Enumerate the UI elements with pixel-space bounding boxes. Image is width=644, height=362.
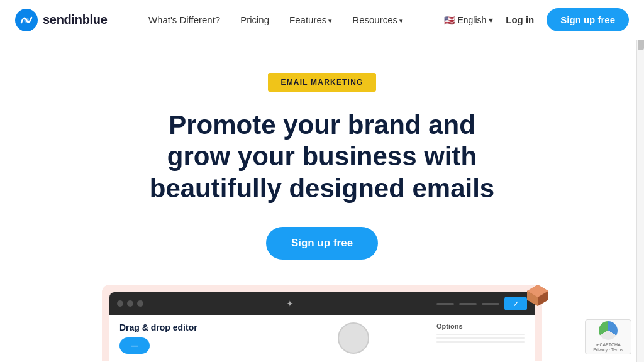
chevron-down-icon: ▾	[489, 15, 493, 25]
recaptcha-logo-icon	[599, 321, 618, 340]
browser-dots	[117, 300, 143, 307]
sendinblue-logo-icon	[15, 9, 38, 31]
scrollbar[interactable]	[636, 0, 644, 362]
editor-left-panel: Drag & drop editor —	[119, 322, 270, 354]
editor-action-button[interactable]: —	[119, 337, 150, 354]
nav-features[interactable]: Features	[289, 14, 332, 25]
browser-line-3	[482, 303, 499, 305]
editor-right-panel: Options	[436, 322, 525, 354]
navbar: sendinblue What's Different? Pricing Fea…	[0, 0, 644, 40]
browser-line-1	[436, 303, 454, 305]
decorative-3d-box	[525, 282, 551, 309]
options-line-3	[436, 341, 525, 343]
nav-links: What's Different? Pricing Features Resou…	[148, 14, 403, 26]
logo[interactable]: sendinblue	[15, 9, 108, 31]
browser-check-icon: ✓	[504, 297, 527, 310]
brand-name: sendinblue	[43, 13, 108, 27]
hero-title: Promote your brand and grow your busines…	[150, 109, 494, 204]
browser-logo-icon: ✦	[286, 299, 294, 309]
browser-line-2	[459, 303, 477, 305]
options-line-1	[436, 334, 525, 335]
avatar-placeholder	[338, 322, 369, 354]
nav-pricing[interactable]: Pricing	[240, 14, 269, 25]
svg-point-1	[24, 18, 29, 23]
email-marketing-badge: EMAIL MARKETING	[268, 73, 375, 92]
drag-drop-label: Drag & drop editor	[119, 322, 270, 332]
recaptcha-text: reCAPTCHAPrivacy · Terms	[593, 343, 623, 353]
signup-button-nav[interactable]: Sign up free	[547, 8, 629, 31]
options-label: Options	[436, 322, 525, 330]
product-preview: ✦ ✓ Drag & drop editor — Options	[102, 285, 542, 361]
editor-center-panel	[278, 322, 429, 354]
nav-whats-different[interactable]: What's Different?	[148, 14, 220, 25]
browser-dot-1	[117, 300, 123, 307]
hero-section: EMAIL MARKETING Promote your brand and g…	[0, 40, 644, 361]
options-line-2	[436, 337, 525, 339]
nav-right: 🇺🇸 English ▾ Log in Sign up free	[444, 8, 629, 31]
browser-dot-2	[127, 300, 133, 307]
browser-bar: ✦ ✓	[109, 292, 535, 315]
editor-body: Drag & drop editor — Options	[109, 315, 535, 361]
recaptcha-widget: reCAPTCHAPrivacy · Terms	[585, 319, 631, 354]
language-selector[interactable]: 🇺🇸 English ▾	[444, 15, 493, 25]
flag-icon: 🇺🇸	[444, 15, 455, 25]
browser-dot-3	[137, 300, 143, 307]
nav-resources[interactable]: Resources	[352, 14, 403, 25]
language-label: English	[457, 15, 486, 25]
browser-actions: ✓	[436, 297, 527, 310]
login-link[interactable]: Log in	[506, 14, 534, 25]
signup-button-hero[interactable]: Sign up free	[266, 227, 378, 260]
